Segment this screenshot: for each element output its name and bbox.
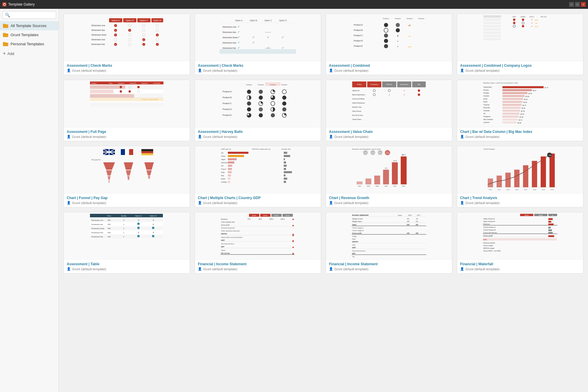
- svg-text:2017: 2017: [417, 214, 420, 216]
- template-card-t6[interactable]: Feature Feature Feature Feature Product …: [195, 80, 321, 141]
- svg-rect-418: [293, 234, 294, 236]
- template-card-t1[interactable]: Option A Option B Option C Option D Dime…: [64, 14, 190, 75]
- title-bar-controls[interactable]: ─ □ ✕: [569, 2, 586, 7]
- svg-text:✓: ✓: [531, 19, 533, 21]
- svg-rect-224: [502, 98, 523, 100]
- svg-text:Price: Price: [109, 82, 113, 84]
- svg-text:196.8: 196.8: [280, 218, 285, 220]
- template-card-t16[interactable]: 2019A 2020E Δ Sales Product A Sales Prod…: [457, 212, 583, 273]
- svg-text:SPEED: SPEED: [521, 16, 526, 18]
- svg-text:Downstream: Downstream: [400, 84, 408, 85]
- title-bar-left: Template Gallery: [2, 2, 35, 6]
- svg-text:US: US: [221, 152, 223, 154]
- svg-text:120: 120: [407, 221, 409, 222]
- sidebar-item-all[interactable]: All Template Sources: [0, 21, 59, 30]
- template-card-t15[interactable]: Income statement Notes 2018 2017 Widget …: [326, 212, 452, 273]
- svg-text:2017: 2017: [524, 189, 527, 191]
- svg-text:Feature: Feature: [246, 84, 252, 86]
- template-card-t12[interactable]: Trend Analysis ↑ 38: [457, 146, 583, 207]
- template-card-t10[interactable]: GDP (per ty) GDP Per capita (per ty) Gro…: [195, 146, 321, 207]
- template-card-t8[interactable]: Big Mac Index, Local cost converted to U…: [457, 80, 583, 141]
- svg-rect-97: [483, 22, 501, 24]
- svg-text:2020E: 2020E: [274, 215, 279, 216]
- svg-text:2015: 2015: [506, 189, 510, 191]
- svg-point-112: [522, 22, 524, 24]
- add-label: Add: [7, 51, 14, 56]
- svg-text:Product B: Product B: [354, 29, 363, 31]
- svg-rect-478: [548, 232, 553, 234]
- template-card-t4[interactable]: GMO SPEED ELECT BIG CAT ✓ ★★★ ✓ ★★: [457, 14, 583, 75]
- card-preview-t11: Revenue (in thousands, end of year) 1.9x…: [326, 146, 452, 193]
- template-card-t5[interactable]: Product Price Feature A Feature B Featur…: [64, 80, 190, 141]
- svg-rect-293: [284, 165, 287, 167]
- svg-text:✓: ✓: [156, 34, 158, 36]
- folder-icon-grunt: [3, 33, 8, 37]
- svg-point-162: [247, 101, 251, 106]
- svg-text:Italy: Italy: [221, 175, 224, 176]
- add-button[interactable]: + Add: [0, 49, 59, 59]
- minimize-button[interactable]: ─: [569, 2, 574, 7]
- template-card-t14[interactable]: 2018A 2019E 2020E 2021E Revenue 37.5 39.…: [195, 212, 321, 273]
- svg-rect-324: [482, 146, 558, 193]
- svg-text:Product B: Product B: [223, 96, 232, 99]
- svg-rect-406: [220, 235, 295, 235]
- svg-rect-295: [284, 171, 292, 173]
- template-card-t2[interactable]: Option A Option B Option C Option D Dime…: [195, 14, 321, 75]
- svg-text:$5.08: $5.08: [525, 96, 529, 97]
- card-title-t15: Financial | Income Statement: [329, 262, 449, 266]
- svg-text:Feature: Feature: [395, 18, 401, 19]
- svg-text:EBIT: EBIT: [221, 239, 225, 241]
- close-button[interactable]: ✕: [581, 2, 586, 7]
- card-author-t3: 👤 Grunt (default template): [329, 69, 449, 72]
- svg-point-167: [259, 107, 263, 111]
- svg-text:Net financial items: Net financial items: [352, 250, 365, 252]
- svg-text:✓: ✓: [153, 227, 154, 229]
- svg-text:2019: 2019: [542, 189, 545, 191]
- card-author-t1: 👤 Grunt (default template): [67, 69, 187, 72]
- svg-text:GDP (per ty): GDP (per ty): [221, 148, 231, 150]
- svg-text:Dimension four: Dimension four: [223, 42, 237, 44]
- svg-text:2020: 2020: [384, 185, 387, 187]
- svg-text:✓: ✓: [238, 36, 240, 39]
- svg-text:✓: ✓: [238, 25, 240, 28]
- search-box[interactable]: 🔍: [2, 11, 56, 19]
- svg-text:$4.29: $4.29: [519, 116, 523, 118]
- svg-rect-311: [374, 176, 380, 184]
- svg-text:39.3: 39.3: [259, 218, 262, 220]
- sidebar-item-personal[interactable]: Personal Templates: [0, 39, 59, 49]
- svg-text:Dimension five: Dimension five: [223, 47, 236, 49]
- svg-rect-222: [502, 95, 524, 97]
- svg-text:Brazil: Brazil: [483, 101, 487, 103]
- template-card-t9[interactable]: Pay gap for: Chart: [64, 146, 190, 207]
- svg-text:195.9: 195.9: [269, 218, 273, 220]
- svg-point-161: [282, 96, 286, 100]
- card-title-t10: Chart | Multiple Charts | Country GDP: [198, 196, 318, 200]
- svg-point-165: [282, 101, 286, 106]
- card-preview-t16: 2019A 2020E Δ Sales Product A Sales Prod…: [457, 212, 583, 259]
- svg-text:ELECT: ELECT: [529, 16, 534, 18]
- svg-text:Eta Oil & Gas: Eta Oil & Gas: [352, 114, 363, 116]
- svg-point-81: [396, 23, 400, 27]
- svg-rect-416: [293, 219, 294, 220]
- card-author-t2: 👤 Grunt (default template): [198, 69, 318, 72]
- template-card-t3[interactable]: Feature Feature Feature Feature Product …: [326, 14, 452, 75]
- svg-rect-294: [284, 168, 286, 170]
- author-icon-t13: 👤: [67, 267, 71, 271]
- svg-text:✗: ✗: [153, 232, 154, 233]
- svg-rect-421: [293, 253, 294, 254]
- svg-text:KPIs: KPIs: [483, 239, 487, 241]
- sidebar-item-grunt[interactable]: Grunt Templates: [0, 30, 59, 39]
- template-card-t7[interactable]: Drilling Developing Minimise Downstream …: [326, 80, 452, 141]
- svg-text:EBIT: EBIT: [352, 247, 356, 248]
- svg-text:200: 200: [108, 219, 111, 221]
- template-card-t13[interactable]: Price Quality Option C Option D Dimensio…: [64, 212, 190, 273]
- svg-text:Income statement: Income statement: [352, 214, 369, 216]
- card-author-t10: 👤 Grunt (default template): [198, 201, 318, 205]
- template-card-t11[interactable]: Revenue (in thousands, end of year) 1.9x…: [326, 146, 452, 207]
- svg-text:Comments: Comments: [153, 82, 161, 84]
- maximize-button[interactable]: □: [575, 2, 580, 7]
- app-title: Template Gallery: [8, 2, 35, 6]
- svg-text:2019E: 2019E: [263, 215, 268, 216]
- svg-text:COGS Product A: COGS Product A: [483, 226, 496, 228]
- svg-text:Feature B: Feature B: [130, 82, 136, 84]
